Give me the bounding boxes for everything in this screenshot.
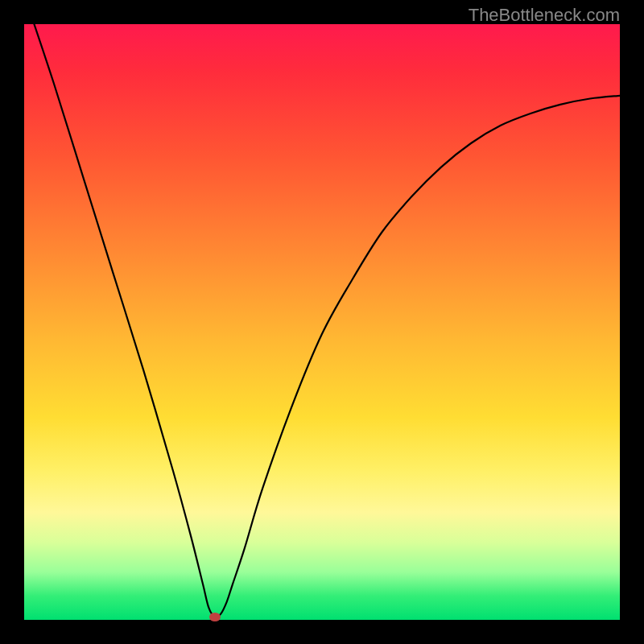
- chart-container: [24, 24, 620, 620]
- curve-svg: [24, 24, 620, 620]
- optimal-point-marker: [209, 613, 221, 621]
- watermark-text: TheBottleneck.com: [469, 5, 620, 26]
- bottleneck-curve: [24, 24, 620, 617]
